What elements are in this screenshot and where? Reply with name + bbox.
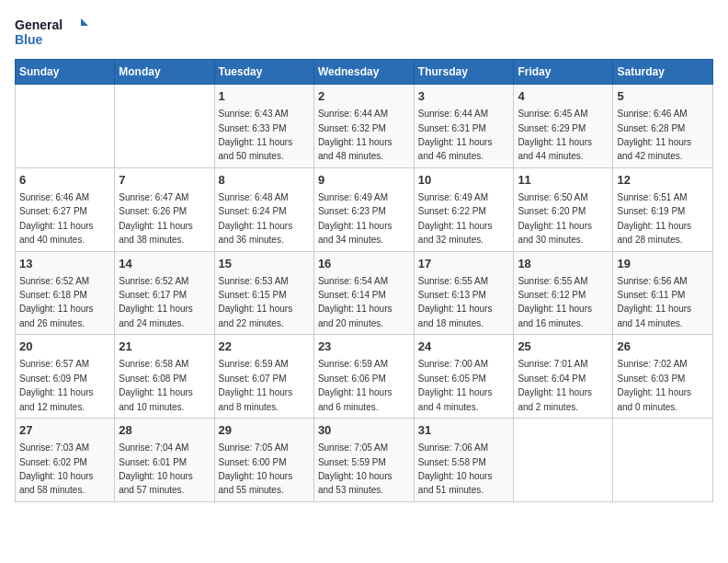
- week-row-5: 27Sunrise: 7:03 AM Sunset: 6:02 PM Dayli…: [16, 419, 713, 502]
- day-info: Sunrise: 6:59 AM Sunset: 6:07 PM Dayligh…: [219, 359, 293, 411]
- week-row-4: 20Sunrise: 6:57 AM Sunset: 6:09 PM Dayli…: [16, 335, 713, 419]
- day-number: 29: [219, 422, 310, 439]
- day-number: 25: [518, 339, 609, 355]
- day-info: Sunrise: 7:00 AM Sunset: 6:05 PM Dayligh…: [418, 359, 493, 411]
- day-info: Sunrise: 6:57 AM Sunset: 6:09 PM Dayligh…: [19, 359, 94, 411]
- calendar-cell: 5Sunrise: 6:46 AM Sunset: 6:28 PM Daylig…: [613, 85, 713, 168]
- day-number: 20: [19, 339, 110, 355]
- day-number: 27: [19, 422, 110, 439]
- svg-marker-2: [81, 18, 88, 26]
- calendar-cell: 18Sunrise: 6:55 AM Sunset: 6:12 PM Dayli…: [514, 251, 613, 335]
- day-number: 9: [318, 172, 410, 189]
- day-number: 14: [119, 256, 210, 272]
- calendar-cell: 28Sunrise: 7:04 AM Sunset: 6:01 PM Dayli…: [115, 419, 214, 502]
- col-header-thursday: Thursday: [414, 60, 514, 85]
- calendar-cell: 13Sunrise: 6:52 AM Sunset: 6:18 PM Dayli…: [16, 251, 115, 335]
- calendar-cell: 9Sunrise: 6:49 AM Sunset: 6:23 PM Daylig…: [313, 167, 414, 251]
- calendar-cell: 30Sunrise: 7:05 AM Sunset: 5:59 PM Dayli…: [313, 419, 414, 502]
- calendar-cell: 19Sunrise: 6:56 AM Sunset: 6:11 PM Dayli…: [613, 251, 713, 335]
- col-header-tuesday: Tuesday: [214, 60, 313, 85]
- day-info: Sunrise: 7:02 AM Sunset: 6:03 PM Dayligh…: [617, 359, 691, 411]
- calendar-cell: 25Sunrise: 7:01 AM Sunset: 6:04 PM Dayli…: [514, 335, 613, 419]
- day-info: Sunrise: 6:55 AM Sunset: 6:13 PM Dayligh…: [418, 276, 493, 328]
- day-info: Sunrise: 7:01 AM Sunset: 6:04 PM Dayligh…: [518, 359, 592, 411]
- day-info: Sunrise: 6:55 AM Sunset: 6:12 PM Dayligh…: [518, 276, 592, 328]
- calendar-cell: 1Sunrise: 6:43 AM Sunset: 6:33 PM Daylig…: [214, 85, 313, 168]
- calendar-cell: 23Sunrise: 6:59 AM Sunset: 6:06 PM Dayli…: [313, 335, 414, 419]
- day-info: Sunrise: 6:48 AM Sunset: 6:24 PM Dayligh…: [219, 192, 293, 245]
- day-info: Sunrise: 6:54 AM Sunset: 6:14 PM Dayligh…: [318, 276, 392, 328]
- col-header-friday: Friday: [514, 60, 613, 85]
- calendar-cell: 4Sunrise: 6:45 AM Sunset: 6:29 PM Daylig…: [514, 85, 613, 168]
- day-number: 21: [119, 339, 210, 355]
- day-number: 16: [318, 256, 410, 272]
- svg-text:General: General: [15, 17, 63, 32]
- logo-svg: General Blue: [15, 15, 88, 50]
- calendar-cell: 31Sunrise: 7:06 AM Sunset: 5:58 PM Dayli…: [414, 419, 514, 502]
- day-info: Sunrise: 6:44 AM Sunset: 6:31 PM Dayligh…: [418, 109, 493, 161]
- day-number: 28: [119, 422, 210, 439]
- calendar-cell: 12Sunrise: 6:51 AM Sunset: 6:19 PM Dayli…: [613, 167, 713, 251]
- day-number: 2: [318, 88, 410, 105]
- calendar-cell: 29Sunrise: 7:05 AM Sunset: 6:00 PM Dayli…: [214, 419, 313, 502]
- week-row-1: 1Sunrise: 6:43 AM Sunset: 6:33 PM Daylig…: [16, 85, 713, 168]
- calendar-cell: 8Sunrise: 6:48 AM Sunset: 6:24 PM Daylig…: [214, 167, 313, 251]
- day-number: 5: [617, 88, 709, 105]
- page-header: General Blue: [15, 15, 713, 50]
- calendar-cell: 10Sunrise: 6:49 AM Sunset: 6:22 PM Dayli…: [414, 167, 514, 251]
- svg-text:Blue: Blue: [15, 32, 43, 47]
- day-info: Sunrise: 6:50 AM Sunset: 6:20 PM Dayligh…: [518, 192, 592, 245]
- day-number: 19: [617, 256, 709, 272]
- day-info: Sunrise: 6:49 AM Sunset: 6:23 PM Dayligh…: [318, 192, 392, 245]
- calendar-cell: 22Sunrise: 6:59 AM Sunset: 6:07 PM Dayli…: [214, 335, 313, 419]
- calendar-cell: 14Sunrise: 6:52 AM Sunset: 6:17 PM Dayli…: [115, 251, 214, 335]
- calendar-cell: [514, 419, 613, 502]
- calendar-cell: [16, 85, 115, 168]
- calendar-cell: 11Sunrise: 6:50 AM Sunset: 6:20 PM Dayli…: [514, 167, 613, 251]
- calendar-cell: 17Sunrise: 6:55 AM Sunset: 6:13 PM Dayli…: [414, 251, 514, 335]
- col-header-saturday: Saturday: [613, 60, 713, 85]
- day-info: Sunrise: 7:03 AM Sunset: 6:02 PM Dayligh…: [19, 442, 94, 495]
- day-info: Sunrise: 7:06 AM Sunset: 5:58 PM Dayligh…: [418, 442, 493, 495]
- calendar-cell: 20Sunrise: 6:57 AM Sunset: 6:09 PM Dayli…: [16, 335, 115, 419]
- calendar-cell: [613, 419, 713, 502]
- day-info: Sunrise: 6:52 AM Sunset: 6:18 PM Dayligh…: [19, 276, 94, 328]
- day-info: Sunrise: 6:44 AM Sunset: 6:32 PM Dayligh…: [318, 109, 392, 161]
- calendar-cell: 15Sunrise: 6:53 AM Sunset: 6:15 PM Dayli…: [214, 251, 313, 335]
- calendar-cell: 3Sunrise: 6:44 AM Sunset: 6:31 PM Daylig…: [414, 85, 514, 168]
- day-info: Sunrise: 6:53 AM Sunset: 6:15 PM Dayligh…: [219, 276, 293, 328]
- day-info: Sunrise: 6:56 AM Sunset: 6:11 PM Dayligh…: [617, 276, 691, 328]
- day-info: Sunrise: 6:43 AM Sunset: 6:33 PM Dayligh…: [219, 109, 293, 161]
- calendar-cell: 2Sunrise: 6:44 AM Sunset: 6:32 PM Daylig…: [313, 85, 414, 168]
- day-info: Sunrise: 7:04 AM Sunset: 6:01 PM Dayligh…: [119, 442, 193, 495]
- calendar-cell: 7Sunrise: 6:47 AM Sunset: 6:26 PM Daylig…: [115, 167, 214, 251]
- calendar-cell: 26Sunrise: 7:02 AM Sunset: 6:03 PM Dayli…: [613, 335, 713, 419]
- day-number: 12: [617, 172, 709, 189]
- day-number: 6: [19, 172, 110, 189]
- day-number: 1: [219, 88, 310, 105]
- day-number: 4: [518, 88, 609, 105]
- day-number: 10: [418, 172, 510, 189]
- day-info: Sunrise: 7:05 AM Sunset: 6:00 PM Dayligh…: [219, 442, 293, 495]
- logo: General Blue: [15, 15, 88, 50]
- day-number: 17: [418, 256, 510, 272]
- day-number: 22: [219, 339, 310, 355]
- day-info: Sunrise: 6:51 AM Sunset: 6:19 PM Dayligh…: [617, 192, 691, 245]
- day-info: Sunrise: 6:46 AM Sunset: 6:28 PM Dayligh…: [617, 109, 691, 161]
- calendar-table: SundayMondayTuesdayWednesdayThursdayFrid…: [15, 59, 713, 502]
- calendar-cell: 16Sunrise: 6:54 AM Sunset: 6:14 PM Dayli…: [313, 251, 414, 335]
- day-number: 7: [119, 172, 210, 189]
- day-info: Sunrise: 6:58 AM Sunset: 6:08 PM Dayligh…: [119, 359, 193, 411]
- week-row-3: 13Sunrise: 6:52 AM Sunset: 6:18 PM Dayli…: [16, 251, 713, 335]
- week-row-2: 6Sunrise: 6:46 AM Sunset: 6:27 PM Daylig…: [16, 167, 713, 251]
- day-info: Sunrise: 6:45 AM Sunset: 6:29 PM Dayligh…: [518, 109, 592, 161]
- header-row: SundayMondayTuesdayWednesdayThursdayFrid…: [16, 60, 713, 85]
- calendar-cell: [115, 85, 214, 168]
- day-info: Sunrise: 7:05 AM Sunset: 5:59 PM Dayligh…: [318, 442, 392, 495]
- day-number: 23: [318, 339, 410, 355]
- day-number: 15: [219, 256, 310, 272]
- col-header-monday: Monday: [115, 60, 214, 85]
- day-info: Sunrise: 6:59 AM Sunset: 6:06 PM Dayligh…: [318, 359, 392, 411]
- calendar-cell: 24Sunrise: 7:00 AM Sunset: 6:05 PM Dayli…: [414, 335, 514, 419]
- day-number: 18: [518, 256, 609, 272]
